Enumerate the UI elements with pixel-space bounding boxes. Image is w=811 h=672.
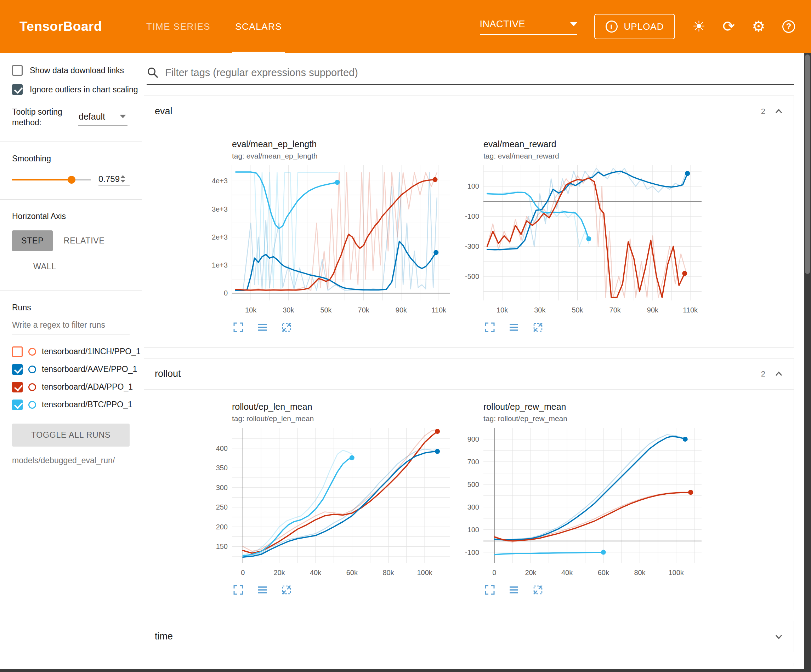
checkbox-unchecked[interactable]	[12, 65, 23, 76]
vertical-scrollbar[interactable]	[804, 53, 811, 669]
tag-filter-input[interactable]	[165, 67, 794, 79]
tab-time-series[interactable]: TIME SERIES	[146, 0, 210, 53]
chart-title: eval/mean_reward	[484, 139, 707, 149]
chevron-down-icon[interactable]	[774, 632, 784, 641]
run-row[interactable]: tensorboard/1INCH/PPO_1	[12, 347, 130, 357]
scrollbar-thumb[interactable]	[805, 54, 810, 274]
fit-domain-icon[interactable]	[531, 584, 544, 596]
upload-button-label: UPLOAD	[624, 21, 664, 32]
app-title: TensorBoard	[19, 19, 102, 34]
line-chart[interactable]: 020k40k60k80k100k-100100300500700900	[456, 423, 707, 581]
settings-gear-icon[interactable]: ⚙	[752, 19, 765, 34]
runs-directory-label: models/debugged_eval_run/	[12, 456, 130, 465]
chart-card: eval/mean_reward tag: eval/mean_reward 1…	[456, 139, 707, 334]
fit-domain-icon[interactable]	[280, 321, 293, 334]
top-app-bar: TensorBoard TIME SERIES SCALARS INACTIVE…	[0, 0, 811, 53]
smoothing-value-input[interactable]	[98, 174, 120, 184]
connection-status-dropdown[interactable]: INACTIVE	[480, 19, 577, 35]
svg-text:60k: 60k	[598, 569, 609, 576]
checkbox-checked[interactable]	[12, 84, 23, 95]
svg-text:-300: -300	[465, 242, 479, 250]
runs-label: Runs	[12, 303, 130, 313]
main-tabs: TIME SERIES SCALARS	[146, 0, 282, 53]
svg-text:90k: 90k	[395, 306, 407, 314]
svg-text:1e+3: 1e+3	[212, 261, 228, 269]
horizontal-scrollbar[interactable]	[0, 669, 811, 672]
line-chart[interactable]: 10k30k50k70k90k110k-500-300-100100	[456, 161, 707, 318]
upload-button[interactable]: i UPLOAD	[594, 14, 675, 39]
svg-text:300: 300	[216, 484, 228, 491]
divider	[0, 291, 142, 291]
help-icon[interactable]: ?	[782, 20, 795, 33]
svg-text:20k: 20k	[525, 569, 536, 576]
chevron-up-icon[interactable]	[774, 370, 784, 378]
section-header-rollout[interactable]: rollout 2	[144, 359, 794, 389]
svg-text:300: 300	[467, 503, 479, 511]
section-card-eval: eval 2 eval/mean_ep_length tag: eval/mea…	[144, 96, 794, 347]
svg-text:30k: 30k	[534, 306, 546, 314]
runs-block: Runs tensorboard/1INCH/PPO_1 tensorboard…	[12, 303, 130, 465]
run-row[interactable]: tensorboard/BTC/PPO_1	[12, 399, 130, 410]
run-checkbox[interactable]	[12, 382, 23, 393]
connection-status-label: INACTIVE	[480, 19, 526, 30]
section-chart-count: 2	[761, 107, 765, 116]
chevron-up-icon[interactable]	[774, 107, 784, 116]
line-chart[interactable]: 10k30k50k70k90k110k01e+32e+33e+34e+3	[204, 161, 456, 318]
fit-domain-icon[interactable]	[280, 584, 293, 596]
smoothing-slider-thumb[interactable]	[68, 176, 75, 184]
toggle-all-runs-button[interactable]: TOGGLE ALL RUNS	[12, 423, 130, 447]
brightness-icon[interactable]: ☀	[692, 19, 706, 34]
svg-text:80k: 80k	[634, 569, 646, 576]
axis-wall-button[interactable]: WALL	[24, 256, 66, 277]
chart-card: eval/mean_ep_length tag: eval/mean_ep_le…	[204, 139, 456, 334]
axis-step-button[interactable]: STEP	[12, 230, 53, 251]
run-color-ring[interactable]	[28, 366, 36, 373]
chart-card: rollout/ep_rew_mean tag: rollout/ep_rew_…	[456, 402, 707, 596]
section-title: rollout	[155, 368, 181, 379]
svg-text:-500: -500	[465, 273, 479, 280]
section-header-eval[interactable]: eval 2	[144, 96, 794, 127]
run-row[interactable]: tensorboard/ADA/PPO_1	[12, 382, 130, 393]
run-label: tensorboard/ADA/PPO_1	[42, 382, 133, 392]
run-checkbox[interactable]	[12, 364, 23, 375]
svg-text:-100: -100	[465, 548, 479, 556]
show-download-links-option[interactable]: Show data download links	[12, 65, 130, 76]
spinner-up-icon[interactable]	[120, 175, 126, 178]
expand-chart-icon[interactable]	[232, 584, 245, 596]
tooltip-sorting-value: default	[79, 112, 105, 122]
data-table-icon[interactable]	[507, 584, 520, 596]
refresh-icon[interactable]: ⟳	[723, 19, 735, 34]
svg-text:90k: 90k	[647, 306, 659, 314]
svg-text:100: 100	[467, 182, 479, 190]
run-checkbox[interactable]	[12, 347, 23, 357]
line-chart[interactable]: 020k40k60k80k100k150200250300350400	[204, 423, 456, 581]
fit-domain-icon[interactable]	[531, 321, 544, 334]
smoothing-slider[interactable]	[12, 174, 91, 185]
data-table-icon[interactable]	[256, 321, 269, 334]
expand-chart-icon[interactable]	[232, 321, 245, 334]
section-header-time[interactable]: time	[144, 621, 794, 652]
svg-text:700: 700	[467, 458, 479, 466]
svg-text:40k: 40k	[561, 569, 573, 576]
runs-filter-input[interactable]	[12, 316, 130, 334]
svg-text:10k: 10k	[245, 306, 257, 314]
smoothing-block: Smoothing	[12, 154, 130, 186]
run-row[interactable]: tensorboard/AAVE/PPO_1	[12, 364, 130, 375]
spinner-down-icon[interactable]	[120, 180, 126, 183]
data-table-icon[interactable]	[256, 584, 269, 596]
ignore-outliers-option[interactable]: Ignore outliers in chart scaling	[12, 84, 130, 95]
axis-relative-button[interactable]: RELATIVE	[54, 230, 114, 251]
chart-tag: tag: eval/mean_reward	[484, 152, 707, 160]
tab-scalars[interactable]: SCALARS	[235, 0, 282, 53]
svg-text:0: 0	[241, 569, 245, 576]
expand-chart-icon[interactable]	[484, 321, 496, 334]
svg-text:100k: 100k	[668, 569, 684, 576]
run-checkbox[interactable]	[12, 399, 23, 410]
tooltip-sorting-select[interactable]: default	[78, 109, 127, 125]
data-table-icon[interactable]	[507, 321, 520, 334]
run-color-ring[interactable]	[28, 348, 36, 355]
number-spinner[interactable]	[120, 175, 126, 183]
expand-chart-icon[interactable]	[484, 584, 496, 596]
run-color-ring[interactable]	[28, 383, 36, 391]
run-color-ring[interactable]	[28, 401, 36, 409]
